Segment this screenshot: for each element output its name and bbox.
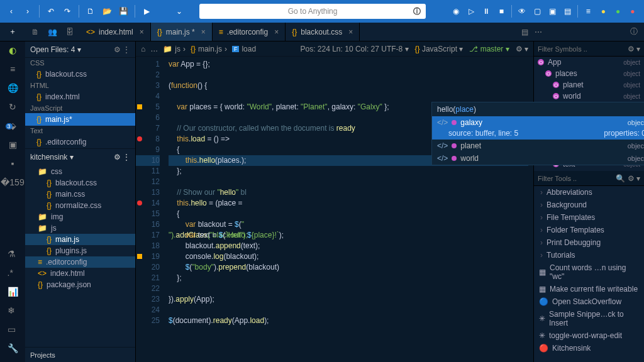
- autocomplete-item[interactable]: </>worldobject: [432, 152, 644, 165]
- tree-file[interactable]: {}main.js: [25, 234, 135, 245]
- tree-folder[interactable]: 📁js: [25, 222, 135, 234]
- file-mode-icon[interactable]: 🗎: [31, 28, 39, 36]
- lang-selector[interactable]: {} JavaScript ▾: [415, 45, 464, 53]
- tool-category[interactable]: Folder Templates: [534, 224, 644, 236]
- snow-icon[interactable]: ❄: [8, 305, 18, 315]
- close-tab-icon[interactable]: ×: [348, 28, 353, 36]
- project-header[interactable]: kitchensink ▾ ⚙ ⋮: [25, 148, 135, 165]
- tree-file[interactable]: {}blackout.css: [25, 177, 135, 189]
- tool-action[interactable]: ✳Sample Snippe…ck to Insert: [534, 308, 644, 329]
- marker2-icon[interactable]: ≡: [10, 64, 15, 74]
- projects-footer[interactable]: Projects: [25, 347, 135, 362]
- share-icon[interactable]: �159: [1, 177, 24, 187]
- notifications-icon[interactable]: ⬙: [9, 121, 16, 131]
- eye-icon[interactable]: 👁: [516, 5, 528, 18]
- panel2-icon[interactable]: ▣: [546, 5, 558, 18]
- maximize-icon[interactable]: ●: [612, 5, 625, 18]
- tree-folder[interactable]: 📁img: [25, 211, 135, 222]
- play-icon[interactable]: ▶: [140, 5, 153, 18]
- nav-back-icon[interactable]: ‹: [5, 5, 18, 18]
- open-file-item[interactable]: {}blackout.css: [25, 68, 135, 80]
- beaker-icon[interactable]: ⚗: [8, 249, 18, 259]
- redo-icon[interactable]: ↷: [61, 5, 74, 18]
- tab[interactable]: ≡.editorconfig×: [213, 23, 286, 41]
- tool-action[interactable]: 🔴Kitchensink: [534, 342, 644, 354]
- autocomplete-item[interactable]: </>galaxyobject: [432, 116, 644, 129]
- open-files-header[interactable]: Open Files: 4 ▾ ⚙ ⋮: [25, 41, 135, 58]
- chart-icon[interactable]: 📊: [8, 287, 18, 297]
- tool-category[interactable]: Print Debugging: [534, 236, 644, 249]
- save-icon[interactable]: 💾: [117, 5, 130, 18]
- tool-action[interactable]: ▦Make current file writeable: [534, 283, 644, 295]
- tree-file[interactable]: ≡.editorconfig: [25, 256, 135, 268]
- tab-list-icon[interactable]: ▤: [521, 28, 528, 36]
- panel1-icon[interactable]: ▢: [531, 5, 543, 18]
- tab-menu-icon[interactable]: ⋯: [535, 28, 542, 36]
- gear-icon[interactable]: ⚙ ⋮: [114, 153, 130, 162]
- open-file-item[interactable]: {}main.js*: [25, 113, 135, 126]
- globe-icon[interactable]: 🌐: [8, 83, 18, 93]
- tab[interactable]: <>index.html×: [80, 23, 151, 41]
- window-icon[interactable]: ▣: [9, 140, 17, 150]
- book-icon[interactable]: ▭: [8, 324, 18, 334]
- tab[interactable]: {}blackout.css×: [286, 23, 360, 41]
- home-icon[interactable]: ⌂: [141, 45, 145, 53]
- tree-file[interactable]: <>index.html: [25, 268, 135, 279]
- tool-category[interactable]: Background: [534, 199, 644, 211]
- marker1-icon[interactable]: ◐: [9, 45, 16, 55]
- wrench-icon[interactable]: 🔧: [8, 343, 18, 353]
- tool-category[interactable]: Abbreviations: [534, 186, 644, 199]
- play2-icon[interactable]: ▷: [465, 5, 477, 18]
- autocomplete-item[interactable]: </>planetobject: [432, 140, 644, 152]
- close-icon[interactable]: ●: [626, 5, 639, 18]
- branch-selector[interactable]: ⎇ master ▾: [469, 45, 509, 53]
- crumb-folder[interactable]: 📁 js ›: [163, 45, 186, 53]
- tree-file[interactable]: {}normalize.css: [25, 200, 135, 211]
- crumb-file[interactable]: {} main.js ›: [191, 45, 227, 53]
- tools-filter-input[interactable]: [538, 175, 601, 182]
- refresh-icon[interactable]: ↻: [9, 102, 16, 112]
- tree-file[interactable]: {}main.css: [25, 189, 135, 200]
- tool-category[interactable]: Tutorials: [534, 249, 644, 261]
- search-icon[interactable]: 🔍 ⚙ ▾: [616, 174, 640, 183]
- regex-icon[interactable]: .*: [8, 268, 18, 278]
- close-tab-icon[interactable]: ×: [274, 28, 279, 36]
- tool-action[interactable]: ▦Count words …n using "wc": [534, 261, 644, 283]
- gear-icon[interactable]: ⚙ ⋮: [114, 45, 130, 54]
- symbol-item[interactable]: OAppobject: [534, 57, 644, 68]
- nav-fwd-icon[interactable]: ›: [21, 5, 34, 18]
- tree-file[interactable]: {}package.json: [25, 279, 135, 290]
- panel3-icon[interactable]: ▤: [561, 5, 574, 18]
- tab[interactable]: {}main.js *×: [151, 23, 213, 41]
- stop-icon[interactable]: ■: [495, 5, 508, 18]
- menu-icon[interactable]: ≡: [582, 5, 594, 18]
- db-icon[interactable]: 🗄: [66, 28, 74, 36]
- goto-anything-input[interactable]: Go to Anything ⓘ: [199, 4, 426, 19]
- new-file-icon[interactable]: 🗋: [84, 5, 97, 18]
- tool-category[interactable]: File Templates: [534, 211, 644, 224]
- open-file-item[interactable]: {}.editorconfig: [25, 136, 135, 148]
- open-icon[interactable]: 📂: [101, 5, 113, 18]
- symbol-item[interactable]: Oworldobject: [534, 90, 644, 102]
- record-icon[interactable]: ◉: [450, 5, 462, 18]
- close-tab-icon[interactable]: ×: [201, 28, 206, 36]
- add-tab-icon[interactable]: ＋: [9, 26, 16, 37]
- crumb-gear-icon[interactable]: ⚙ ▾: [516, 45, 528, 53]
- gear-icon[interactable]: ⚙ ▾: [628, 45, 640, 53]
- terminal-icon[interactable]: ▪: [11, 158, 14, 168]
- pause-icon[interactable]: ⏸: [480, 5, 492, 18]
- tool-action[interactable]: ✳toggle-word-wrap-edit: [534, 329, 644, 342]
- crumb-symbol[interactable]: F load: [232, 45, 256, 53]
- minimize-icon[interactable]: ●: [597, 5, 609, 18]
- close-tab-icon[interactable]: ×: [140, 28, 144, 36]
- symbol-filter-input[interactable]: [538, 45, 601, 53]
- info-panel-icon[interactable]: ⓘ: [630, 26, 638, 37]
- symbol-item[interactable]: Oplanetobject: [534, 79, 644, 90]
- tree-file[interactable]: {}plugins.js: [25, 245, 135, 256]
- undo-icon[interactable]: ↶: [45, 5, 57, 18]
- dropdown-icon[interactable]: ⌄: [173, 5, 186, 18]
- symbol-item[interactable]: Oplacesobject: [534, 68, 644, 79]
- tool-action[interactable]: 🔵Open StackOverflow: [534, 295, 644, 308]
- open-file-item[interactable]: {}index.html: [25, 90, 135, 103]
- tree-folder[interactable]: 📁css: [25, 166, 135, 177]
